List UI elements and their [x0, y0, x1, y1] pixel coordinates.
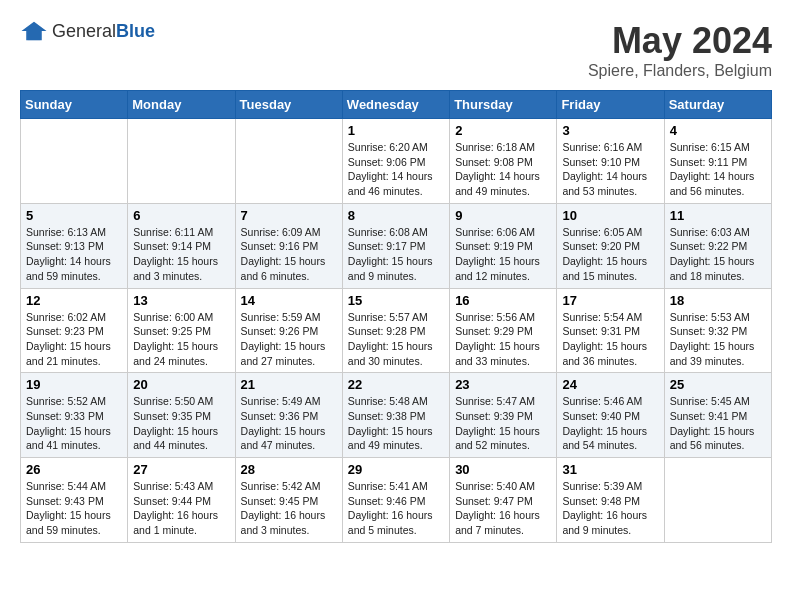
- day-number: 30: [455, 462, 551, 477]
- calendar-cell: 24Sunrise: 5:46 AMSunset: 9:40 PMDayligh…: [557, 373, 664, 458]
- day-info: Sunrise: 6:03 AMSunset: 9:22 PMDaylight:…: [670, 225, 766, 284]
- day-info: Sunrise: 5:59 AMSunset: 9:26 PMDaylight:…: [241, 310, 337, 369]
- logo-text-general: General: [52, 21, 116, 41]
- day-info: Sunrise: 6:13 AMSunset: 9:13 PMDaylight:…: [26, 225, 122, 284]
- calendar-cell: 20Sunrise: 5:50 AMSunset: 9:35 PMDayligh…: [128, 373, 235, 458]
- calendar-cell: [128, 119, 235, 204]
- day-number: 16: [455, 293, 551, 308]
- calendar-cell: 23Sunrise: 5:47 AMSunset: 9:39 PMDayligh…: [450, 373, 557, 458]
- day-of-week-header: Friday: [557, 91, 664, 119]
- calendar-cell: 8Sunrise: 6:08 AMSunset: 9:17 PMDaylight…: [342, 203, 449, 288]
- day-number: 23: [455, 377, 551, 392]
- day-info: Sunrise: 6:20 AMSunset: 9:06 PMDaylight:…: [348, 140, 444, 199]
- day-number: 12: [26, 293, 122, 308]
- day-number: 6: [133, 208, 229, 223]
- day-number: 20: [133, 377, 229, 392]
- calendar-cell: 31Sunrise: 5:39 AMSunset: 9:48 PMDayligh…: [557, 458, 664, 543]
- calendar-week-row: 26Sunrise: 5:44 AMSunset: 9:43 PMDayligh…: [21, 458, 772, 543]
- calendar-cell: 1Sunrise: 6:20 AMSunset: 9:06 PMDaylight…: [342, 119, 449, 204]
- calendar-cell: [21, 119, 128, 204]
- day-number: 19: [26, 377, 122, 392]
- calendar-cell: 17Sunrise: 5:54 AMSunset: 9:31 PMDayligh…: [557, 288, 664, 373]
- svg-marker-1: [22, 22, 47, 41]
- day-info: Sunrise: 5:42 AMSunset: 9:45 PMDaylight:…: [241, 479, 337, 538]
- day-info: Sunrise: 5:44 AMSunset: 9:43 PMDaylight:…: [26, 479, 122, 538]
- day-info: Sunrise: 6:00 AMSunset: 9:25 PMDaylight:…: [133, 310, 229, 369]
- logo-icon: [20, 20, 48, 42]
- day-info: Sunrise: 5:45 AMSunset: 9:41 PMDaylight:…: [670, 394, 766, 453]
- day-number: 7: [241, 208, 337, 223]
- day-info: Sunrise: 5:50 AMSunset: 9:35 PMDaylight:…: [133, 394, 229, 453]
- calendar-week-row: 1Sunrise: 6:20 AMSunset: 9:06 PMDaylight…: [21, 119, 772, 204]
- day-info: Sunrise: 5:49 AMSunset: 9:36 PMDaylight:…: [241, 394, 337, 453]
- page-title: May 2024: [588, 20, 772, 62]
- calendar-cell: 6Sunrise: 6:11 AMSunset: 9:14 PMDaylight…: [128, 203, 235, 288]
- header: GeneralBlue May 2024 Spiere, Flanders, B…: [20, 20, 772, 80]
- day-number: 21: [241, 377, 337, 392]
- day-number: 14: [241, 293, 337, 308]
- day-info: Sunrise: 6:08 AMSunset: 9:17 PMDaylight:…: [348, 225, 444, 284]
- calendar-cell: 15Sunrise: 5:57 AMSunset: 9:28 PMDayligh…: [342, 288, 449, 373]
- day-info: Sunrise: 5:52 AMSunset: 9:33 PMDaylight:…: [26, 394, 122, 453]
- calendar-cell: [235, 119, 342, 204]
- day-info: Sunrise: 5:56 AMSunset: 9:29 PMDaylight:…: [455, 310, 551, 369]
- day-number: 28: [241, 462, 337, 477]
- calendar-cell: 2Sunrise: 6:18 AMSunset: 9:08 PMDaylight…: [450, 119, 557, 204]
- day-info: Sunrise: 5:54 AMSunset: 9:31 PMDaylight:…: [562, 310, 658, 369]
- day-number: 5: [26, 208, 122, 223]
- calendar-cell: 12Sunrise: 6:02 AMSunset: 9:23 PMDayligh…: [21, 288, 128, 373]
- day-info: Sunrise: 6:05 AMSunset: 9:20 PMDaylight:…: [562, 225, 658, 284]
- day-number: 1: [348, 123, 444, 138]
- day-number: 26: [26, 462, 122, 477]
- day-number: 31: [562, 462, 658, 477]
- calendar-cell: 14Sunrise: 5:59 AMSunset: 9:26 PMDayligh…: [235, 288, 342, 373]
- calendar-cell: 9Sunrise: 6:06 AMSunset: 9:19 PMDaylight…: [450, 203, 557, 288]
- calendar-week-row: 19Sunrise: 5:52 AMSunset: 9:33 PMDayligh…: [21, 373, 772, 458]
- day-number: 9: [455, 208, 551, 223]
- logo: GeneralBlue: [20, 20, 155, 42]
- calendar-cell: 5Sunrise: 6:13 AMSunset: 9:13 PMDaylight…: [21, 203, 128, 288]
- day-number: 8: [348, 208, 444, 223]
- calendar-week-row: 12Sunrise: 6:02 AMSunset: 9:23 PMDayligh…: [21, 288, 772, 373]
- day-number: 13: [133, 293, 229, 308]
- day-of-week-header: Monday: [128, 91, 235, 119]
- calendar-body: 1Sunrise: 6:20 AMSunset: 9:06 PMDaylight…: [21, 119, 772, 543]
- day-info: Sunrise: 6:18 AMSunset: 9:08 PMDaylight:…: [455, 140, 551, 199]
- day-info: Sunrise: 6:16 AMSunset: 9:10 PMDaylight:…: [562, 140, 658, 199]
- day-info: Sunrise: 5:57 AMSunset: 9:28 PMDaylight:…: [348, 310, 444, 369]
- calendar-cell: 11Sunrise: 6:03 AMSunset: 9:22 PMDayligh…: [664, 203, 771, 288]
- header-row: SundayMondayTuesdayWednesdayThursdayFrid…: [21, 91, 772, 119]
- day-info: Sunrise: 6:09 AMSunset: 9:16 PMDaylight:…: [241, 225, 337, 284]
- day-number: 29: [348, 462, 444, 477]
- day-of-week-header: Tuesday: [235, 91, 342, 119]
- calendar-table: SundayMondayTuesdayWednesdayThursdayFrid…: [20, 90, 772, 543]
- calendar-cell: 18Sunrise: 5:53 AMSunset: 9:32 PMDayligh…: [664, 288, 771, 373]
- day-info: Sunrise: 5:39 AMSunset: 9:48 PMDaylight:…: [562, 479, 658, 538]
- page-subtitle: Spiere, Flanders, Belgium: [588, 62, 772, 80]
- calendar-week-row: 5Sunrise: 6:13 AMSunset: 9:13 PMDaylight…: [21, 203, 772, 288]
- calendar-cell: [664, 458, 771, 543]
- logo-text-blue: Blue: [116, 21, 155, 41]
- day-number: 24: [562, 377, 658, 392]
- calendar-cell: 25Sunrise: 5:45 AMSunset: 9:41 PMDayligh…: [664, 373, 771, 458]
- day-number: 17: [562, 293, 658, 308]
- day-number: 25: [670, 377, 766, 392]
- calendar-cell: 21Sunrise: 5:49 AMSunset: 9:36 PMDayligh…: [235, 373, 342, 458]
- calendar-cell: 26Sunrise: 5:44 AMSunset: 9:43 PMDayligh…: [21, 458, 128, 543]
- day-number: 15: [348, 293, 444, 308]
- calendar-header: SundayMondayTuesdayWednesdayThursdayFrid…: [21, 91, 772, 119]
- day-info: Sunrise: 5:43 AMSunset: 9:44 PMDaylight:…: [133, 479, 229, 538]
- day-info: Sunrise: 5:40 AMSunset: 9:47 PMDaylight:…: [455, 479, 551, 538]
- day-info: Sunrise: 6:02 AMSunset: 9:23 PMDaylight:…: [26, 310, 122, 369]
- calendar-cell: 13Sunrise: 6:00 AMSunset: 9:25 PMDayligh…: [128, 288, 235, 373]
- day-number: 18: [670, 293, 766, 308]
- calendar-cell: 10Sunrise: 6:05 AMSunset: 9:20 PMDayligh…: [557, 203, 664, 288]
- day-number: 2: [455, 123, 551, 138]
- day-of-week-header: Thursday: [450, 91, 557, 119]
- calendar-cell: 7Sunrise: 6:09 AMSunset: 9:16 PMDaylight…: [235, 203, 342, 288]
- calendar-cell: 28Sunrise: 5:42 AMSunset: 9:45 PMDayligh…: [235, 458, 342, 543]
- day-info: Sunrise: 5:48 AMSunset: 9:38 PMDaylight:…: [348, 394, 444, 453]
- day-number: 4: [670, 123, 766, 138]
- day-of-week-header: Wednesday: [342, 91, 449, 119]
- day-of-week-header: Sunday: [21, 91, 128, 119]
